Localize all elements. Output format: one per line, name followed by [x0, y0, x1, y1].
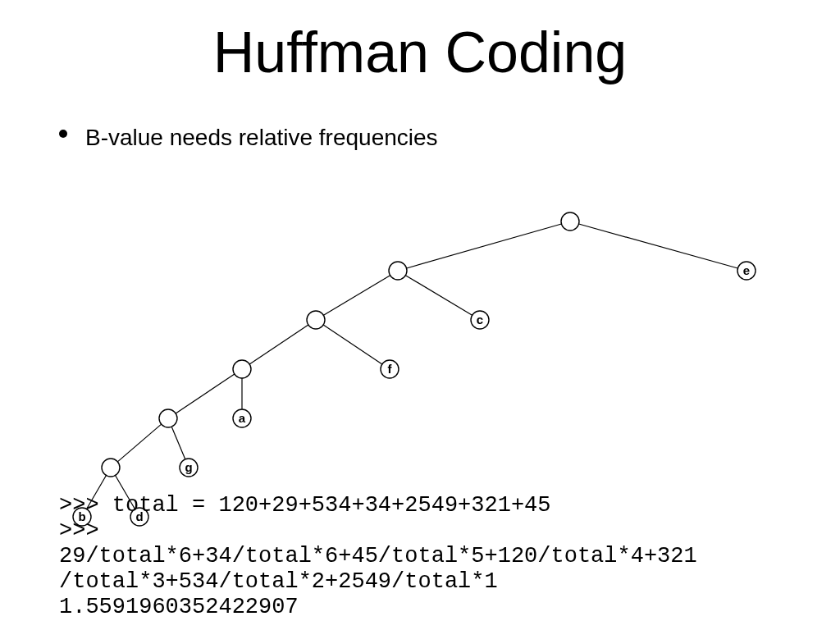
code-line: 29/total*6+34/total*6+45/total*5+120/tot…: [59, 544, 697, 568]
tree-node: [159, 409, 177, 427]
tree-edge: [117, 424, 161, 462]
tree-node: [233, 360, 251, 378]
huffman-tree-diagram: ecfagbd: [57, 205, 779, 476]
tree-edge: [407, 224, 562, 268]
code-line: >>> total = 120+29+534+34+2549+321+45: [59, 493, 551, 518]
code-line: >>>: [59, 518, 99, 543]
tree-edge: [249, 325, 308, 364]
tree-node: [561, 212, 579, 231]
tree-edge: [323, 276, 390, 316]
tree-node: [389, 262, 407, 280]
tree-edge: [171, 427, 185, 459]
tree-edge: [176, 374, 235, 413]
bullet-item: B-value needs relative frequencies: [59, 125, 840, 151]
tree-node-label: c: [477, 313, 483, 326]
page-title: Huffman Coding: [0, 0, 840, 85]
tree-node: [307, 311, 325, 329]
code-line: 1.5591960352422907: [59, 595, 299, 619]
bullet-text: B-value needs relative frequencies: [85, 125, 438, 151]
tree-edge: [323, 325, 382, 364]
tree-node-label: a: [239, 411, 246, 425]
tree-edge: [579, 224, 738, 268]
tree-edge: [405, 276, 472, 316]
code-block: >>> total = 120+29+534+34+2549+321+45 >>…: [59, 468, 697, 620]
tree-node-label: e: [743, 263, 750, 277]
bullet-dot-icon: [59, 130, 67, 138]
code-line: /total*3+534/total*2+2549/total*1: [59, 569, 498, 594]
